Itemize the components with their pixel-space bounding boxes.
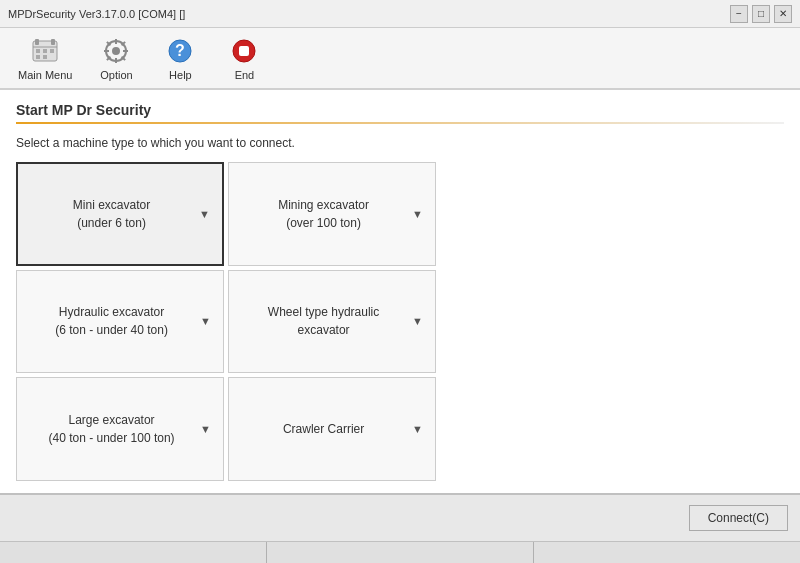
window-controls: − □ ✕ [730, 5, 792, 23]
title-bar: MPDrSecurity Ver3.17.0.0 [COM4] [] − □ ✕ [0, 0, 800, 28]
close-button[interactable]: ✕ [774, 5, 792, 23]
machine-label-mining-excavator: Mining excavator(over 100 ton) [241, 196, 406, 232]
mini-excavator-arrow: ▼ [199, 208, 210, 220]
status-segment-1 [0, 542, 267, 563]
status-bar [0, 541, 800, 563]
machine-cell-wheel-hydraulic[interactable]: Wheel type hydraulic excavator ▼ [228, 270, 436, 374]
wheel-hydraulic-arrow: ▼ [412, 315, 423, 327]
machine-label-mini-excavator: Mini excavator(under 6 ton) [30, 196, 193, 232]
machine-cell-mining-excavator[interactable]: Mining excavator(over 100 ton) ▼ [228, 162, 436, 266]
machine-cell-crawler-carrier[interactable]: Crawler Carrier ▼ [228, 377, 436, 481]
section-title: Start MP Dr Security [16, 102, 784, 118]
svg-rect-6 [50, 49, 54, 53]
section-divider [16, 122, 784, 124]
option-label: Option [100, 69, 132, 81]
toolbar: Main Menu Option ? [0, 28, 800, 90]
connect-button[interactable]: Connect(C) [689, 505, 788, 531]
mining-excavator-arrow: ▼ [412, 208, 423, 220]
svg-rect-4 [36, 49, 40, 53]
machine-type-grid: Mini excavator(under 6 ton) ▼ Mining exc… [16, 162, 436, 481]
machine-cell-hydraulic-excavator[interactable]: Hydraulic excavator(6 ton - under 40 ton… [16, 270, 224, 374]
toolbar-main-menu[interactable]: Main Menu [8, 31, 82, 85]
status-segment-3 [534, 542, 800, 563]
end-icon [228, 35, 260, 67]
window-title: MPDrSecurity Ver3.17.0.0 [COM4] [] [8, 8, 185, 20]
machine-cell-mini-excavator[interactable]: Mini excavator(under 6 ton) ▼ [16, 162, 224, 266]
svg-rect-8 [43, 55, 47, 59]
help-icon: ? [164, 35, 196, 67]
toolbar-option[interactable]: Option [86, 31, 146, 85]
maximize-button[interactable]: □ [752, 5, 770, 23]
main-content: Start MP Dr Security Select a machine ty… [0, 90, 800, 493]
machine-cell-large-excavator[interactable]: Large excavator(40 ton - under 100 ton) … [16, 377, 224, 481]
bottom-bar: Connect(C) [0, 493, 800, 541]
svg-rect-7 [36, 55, 40, 59]
main-menu-icon [29, 35, 61, 67]
instruction-text: Select a machine type to which you want … [16, 136, 784, 150]
svg-rect-1 [35, 39, 39, 45]
toolbar-help[interactable]: ? Help [150, 31, 210, 85]
help-label: Help [169, 69, 192, 81]
svg-text:?: ? [176, 42, 186, 59]
hydraulic-excavator-arrow: ▼ [200, 315, 211, 327]
svg-point-10 [112, 47, 120, 55]
crawler-carrier-arrow: ▼ [412, 423, 423, 435]
large-excavator-arrow: ▼ [200, 423, 211, 435]
machine-label-hydraulic-excavator: Hydraulic excavator(6 ton - under 40 ton… [29, 303, 194, 339]
minimize-button[interactable]: − [730, 5, 748, 23]
machine-label-large-excavator: Large excavator(40 ton - under 100 ton) [29, 411, 194, 447]
status-segment-2 [267, 542, 534, 563]
svg-rect-22 [239, 46, 249, 56]
toolbar-end[interactable]: End [214, 31, 274, 85]
end-label: End [235, 69, 255, 81]
machine-label-wheel-hydraulic: Wheel type hydraulic excavator [241, 303, 406, 339]
svg-rect-5 [43, 49, 47, 53]
svg-rect-2 [51, 39, 55, 45]
option-icon [100, 35, 132, 67]
machine-label-crawler-carrier: Crawler Carrier [241, 420, 406, 438]
main-menu-label: Main Menu [18, 69, 72, 81]
